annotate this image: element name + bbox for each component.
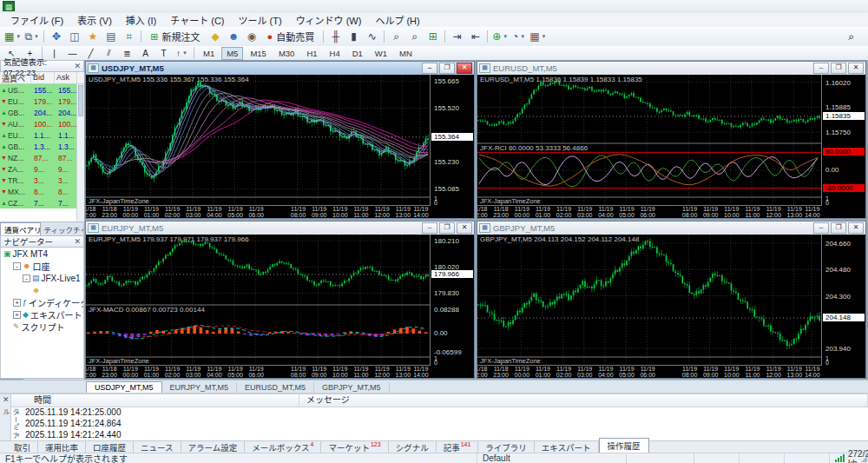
- zoom-in-button[interactable]: ⌕: [388, 28, 404, 45]
- sound-button[interactable]: ◉: [244, 28, 260, 45]
- market-watch-tab-1[interactable]: ティックチャート: [41, 223, 84, 235]
- chart-titlebar[interactable]: ▦GBPJPY_MT,M5–❐✕: [477, 222, 865, 235]
- timeframe-M15[interactable]: M15: [245, 47, 271, 60]
- market-watch-row[interactable]: ▲EU...1.1...1.1...: [0, 129, 84, 141]
- chart-titlebar[interactable]: ▦USDJPY_MT,M5–❐✕: [86, 62, 474, 75]
- market-watch-tab-0[interactable]: 通貨ペアリスト: [0, 222, 41, 235]
- chart-titlebar[interactable]: ▦EURJPY_MT,M5–❐✕: [86, 222, 474, 235]
- market-watch-row[interactable]: ▼EU...179...179...: [0, 96, 84, 107]
- resize-grip-icon[interactable]: ◢: [861, 454, 867, 463]
- status-profile-cell[interactable]: Default: [477, 453, 627, 463]
- fibonacci-tool[interactable]: ≣: [119, 47, 135, 60]
- indicators-button[interactable]: ⊕▼: [491, 28, 509, 45]
- timeframe-MN[interactable]: MN: [394, 47, 418, 60]
- close-button[interactable]: ✕: [848, 222, 864, 234]
- tile-windows-button[interactable]: ⊞: [424, 28, 441, 45]
- close-button[interactable]: ✕: [457, 63, 472, 74]
- close-button[interactable]: ✕: [457, 222, 472, 234]
- chart-body[interactable]: 1.160201.158851.157501.1583580.00000.00-…: [477, 75, 865, 218]
- line-chart-button[interactable]: ∿: [364, 28, 380, 45]
- timeframe-H1[interactable]: H1: [301, 47, 322, 60]
- templates-button[interactable]: ▦▼: [529, 28, 547, 45]
- community-button[interactable]: ☻: [226, 28, 242, 45]
- market-watch-row[interactable]: ▼AU...100...100...: [0, 118, 84, 129]
- profiles-button[interactable]: ⧉▼: [23, 28, 40, 45]
- chart-shift-button[interactable]: ⇤: [467, 28, 483, 45]
- market-watch-row[interactable]: ▲CZ...7...7...: [0, 197, 84, 208]
- timeframe-M1[interactable]: M1: [198, 47, 220, 60]
- terminal-tab-マーケット[interactable]: マーケット123: [321, 441, 388, 453]
- terminal-tab-エキスパート[interactable]: エキスパート: [535, 441, 599, 453]
- menu-6[interactable]: ヘルプ (H): [368, 13, 426, 27]
- navigator-item[interactable]: ✎スクリプト: [1, 321, 83, 333]
- restore-button[interactable]: ❐: [439, 222, 455, 234]
- navigator-item[interactable]: ▣JFX MT4: [1, 248, 83, 260]
- chart-tab-2[interactable]: EURUSD_MT,M5: [237, 382, 314, 393]
- menu-5[interactable]: ウィンドウ (W): [289, 13, 369, 27]
- collapse-icon[interactable]: -: [23, 274, 30, 282]
- menu-0[interactable]: ファイル (F): [3, 13, 70, 27]
- periods-button[interactable]: ◔▼: [510, 28, 527, 45]
- menu-4[interactable]: ツール (T): [232, 13, 289, 27]
- terminal-tab-ライブラリ[interactable]: ライブラリ: [478, 441, 535, 453]
- minimize-button[interactable]: –: [813, 222, 829, 234]
- journal-row[interactable]: ●2025.11.19 14:21:25.000: [11, 407, 868, 418]
- terminal-tab-記事[interactable]: 記事141: [437, 441, 479, 453]
- data-window-toggle[interactable]: ◫: [66, 28, 82, 45]
- chart-body[interactable]: 180.210180.020179.830179.9660.082880.00-…: [86, 235, 474, 378]
- restore-button[interactable]: ❐: [831, 63, 846, 74]
- new-chart-button[interactable]: ▦▼: [3, 28, 22, 45]
- terminal-tab-アラーム設定[interactable]: アラーム設定: [181, 441, 246, 453]
- market-watch-toggle[interactable]: ✥: [48, 28, 64, 45]
- chart-titlebar[interactable]: ▦EURUSD_MT,M5–❐✕: [477, 62, 865, 75]
- metaeditor-button[interactable]: ◆: [207, 28, 224, 45]
- close-icon[interactable]: ✕: [74, 238, 81, 246]
- arrows-tool[interactable]: ↑▼: [174, 47, 190, 60]
- expand-icon[interactable]: +: [13, 299, 21, 307]
- navigator-item[interactable]: -☻口座: [1, 260, 83, 272]
- text-tool[interactable]: A: [137, 47, 154, 60]
- market-watch-row[interactable]: ▼MX...8...8...: [0, 186, 84, 197]
- market-watch-row[interactable]: ▼TR...3...3...: [0, 175, 84, 186]
- channel-tool[interactable]: ⫽: [101, 47, 117, 60]
- minimize-button[interactable]: –: [422, 63, 437, 74]
- timeframe-D1[interactable]: D1: [347, 47, 368, 60]
- search-icon[interactable]: ⌕: [843, 28, 859, 45]
- market-watch-scrollbar[interactable]: [76, 84, 84, 222]
- navigator-toggle[interactable]: ★: [84, 28, 101, 45]
- market-watch-row[interactable]: ▲GB...204...204...: [0, 107, 84, 118]
- terminal-tab-シグナル[interactable]: シグナル: [389, 441, 437, 453]
- close-icon[interactable]: ✕: [3, 396, 10, 404]
- menu-2[interactable]: 挿入 (I): [119, 13, 163, 27]
- chart-body[interactable]: 155.665155.520155.230155.085155.36410USD…: [86, 75, 474, 218]
- menu-1[interactable]: 表示 (V): [70, 13, 119, 27]
- autotrading-button[interactable]: ●自動売買: [262, 28, 320, 45]
- navigator-item[interactable]: -▤JFX-Live1: [1, 272, 83, 284]
- auto-scroll-button[interactable]: ⇥: [449, 28, 465, 45]
- chart-body[interactable]: 204.660204.480204.300203.940204.14810GBP…: [477, 235, 865, 378]
- bar-chart-button[interactable]: ╫: [327, 28, 344, 45]
- strategy-tester-toggle[interactable]: ⌗: [121, 28, 137, 45]
- navigator-item[interactable]: +ƒインディケータ: [1, 296, 83, 308]
- terminal-toggle[interactable]: ▤: [102, 28, 119, 45]
- market-watch-row[interactable]: ▼ZA...9...9...: [0, 163, 84, 175]
- trendline-tool[interactable]: ╱: [82, 47, 99, 60]
- label-tool[interactable]: T: [155, 47, 172, 60]
- new-order-button[interactable]: ⊞新規注文: [145, 28, 205, 45]
- scrollbar-thumb[interactable]: [78, 85, 83, 116]
- timeframe-M5[interactable]: M5: [221, 47, 243, 60]
- journal-row[interactable]: ●2025.11.19 14:21:24.440: [11, 429, 868, 440]
- timeframe-M30[interactable]: M30: [273, 47, 299, 60]
- terminal-tab-メールボックス[interactable]: メールボックス4: [245, 441, 321, 453]
- close-icon[interactable]: ✕: [74, 63, 81, 70]
- restore-button[interactable]: ❐: [439, 63, 455, 74]
- terminal-tab-ニュース[interactable]: ニュース: [134, 441, 181, 453]
- minimize-button[interactable]: –: [813, 63, 829, 74]
- collapse-icon[interactable]: -: [13, 262, 21, 270]
- restore-button[interactable]: ❐: [831, 222, 846, 234]
- navigator-item[interactable]: ☻: [1, 284, 83, 296]
- close-button[interactable]: ✕: [848, 63, 864, 74]
- menu-3[interactable]: チャート (C): [163, 13, 231, 27]
- chart-tab-1[interactable]: EURJPY_MT,M5: [162, 382, 238, 393]
- chart-tab-0[interactable]: USDJPY_MT,M5: [86, 381, 162, 393]
